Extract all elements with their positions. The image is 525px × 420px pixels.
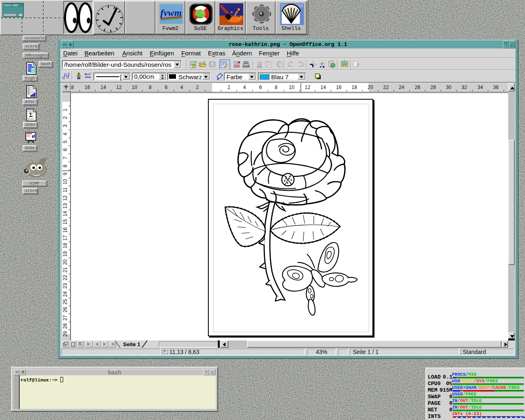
svg-text:Σ: Σ (29, 112, 33, 118)
svg-text:Seite 1: Seite 1 (123, 341, 140, 347)
